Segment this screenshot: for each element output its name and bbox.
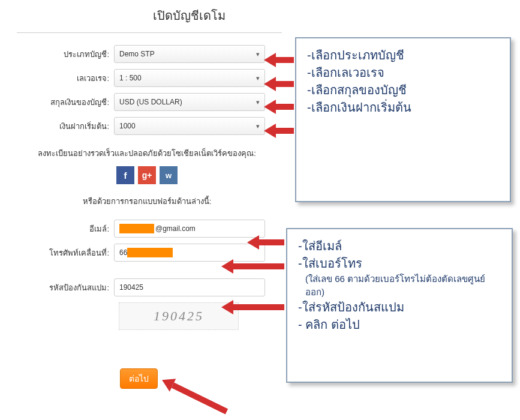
instruction-box-top: -เลือกประเภทบัญชี -เลือกเลเวอเรจ -เลือกส… [295,37,511,202]
captcha-image: 190425 [119,302,239,330]
currency-label: สกุลเงินของบัญชี: [0,96,114,109]
account-type-select[interactable]: Demo STP [114,45,265,63]
instruction-line: -เลือกสกุลของบัญชี [307,82,499,99]
row-currency: สกุลเงินของบัญชี: USD (US DOLLAR) [0,93,294,111]
instruction-box-bottom: -ใส่อีเมล์ -ใส่เบอร์โทร (ใส่เลข 66 ตามด้… [286,228,513,383]
page-title: เปิดบัญชีเดโม [0,6,294,25]
row-captcha: รหัสป้องกันสแปม: [0,278,294,296]
leverage-label: เลเวอเรจ: [0,72,114,85]
instruction-line: -เลือกเลเวอเรจ [307,64,499,82]
phone-field[interactable]: 66 [114,244,265,262]
instruction-line: -เลือกเงินฝากเริ่มต้น [307,99,499,116]
instruction-subline: (ใส่เลข 66 ตามด้วยเบอร์โทรไม่ต้องตัดเลขศ… [305,272,501,299]
currency-select[interactable]: USD (US DOLLAR) [114,93,265,111]
instruction-line: -เลือกประเภทบัญชี [307,47,499,64]
facebook-button[interactable]: f [116,166,134,184]
deposit-label: เงินฝากเริ่มต้น: [0,120,114,133]
deposit-select[interactable]: 1000 [114,117,265,135]
social-buttons: f g+ w [0,166,294,184]
or-fill-form-text: หรือด้วยการกรอกแบบฟอร์มด้านล่างนี้: [0,195,294,208]
instruction-line: -ใส่รหัสป้องกันสแปม [298,299,501,316]
arrow-icon [276,104,294,110]
social-register-text: ลงทะเบียนอย่างรวดเร็วและปลอดภัยด้วยโซเชี… [36,148,258,159]
instruction-line: -ใส่อีเมล์ [298,238,501,255]
leverage-select[interactable]: 1 : 500 [114,69,265,87]
instruction-line: -ใส่เบอร์โทร [298,255,501,272]
arrow-icon [276,128,294,134]
instruction-line: - คลิก ต่อไป [298,316,501,334]
row-account-type: ประเภทบัญชี: Demo STP [0,45,294,63]
account-type-label: ประเภทบัญชี: [0,48,114,61]
phone-prefix: 66 [119,248,127,257]
arrow-icon [259,239,284,245]
vk-button[interactable]: w [160,166,178,184]
phone-label: โทรศัพท์เคลื่อนที่: [0,247,114,259]
redacted-block [119,224,154,233]
email-suffix: @gmail.com [155,224,196,233]
arrow-icon [233,304,284,310]
next-button[interactable]: ต่อไป [120,368,158,389]
redacted-block [127,248,173,257]
captcha-field[interactable] [114,278,265,296]
arrow-icon [233,263,284,269]
arrow-icon [276,57,294,63]
arrow-icon [276,81,294,87]
row-deposit: เงินฝากเริ่มต้น: 1000 [0,117,294,135]
email-field[interactable]: @gmail.com [114,220,265,238]
captcha-label: รหัสป้องกันสแปม: [0,281,114,294]
row-leverage: เลเวอเรจ: 1 : 500 [0,69,294,87]
email-label: อีเมล์: [0,223,114,235]
divider [17,32,282,33]
google-plus-button[interactable]: g+ [138,166,156,184]
